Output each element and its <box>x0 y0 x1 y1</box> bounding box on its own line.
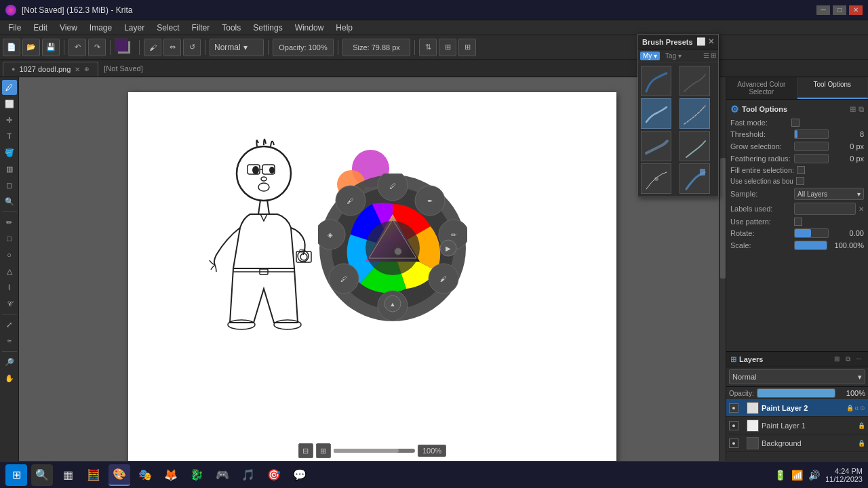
tab-close-button[interactable]: ✕ <box>75 66 80 73</box>
blend-mode-dropdown[interactable]: Normal ▾ <box>210 39 264 56</box>
tool-ellipse[interactable]: ○ <box>2 247 17 262</box>
tool-text[interactable]: T <box>2 129 17 144</box>
v-scrollbar[interactable] <box>719 77 726 480</box>
tool-warp[interactable]: ≈ <box>2 333 17 348</box>
taskbar-chat[interactable]: 💬 <box>289 464 311 486</box>
brush-preset-1[interactable] <box>641 66 671 96</box>
layer-eye-bg[interactable]: ● <box>729 439 738 448</box>
rotate-button[interactable]: ⊞ <box>439 39 456 56</box>
canvas-tool-btn2[interactable]: ⊞ <box>316 443 331 458</box>
sample-dropdown[interactable]: All Layers ▾ <box>794 188 864 200</box>
layer-opacity-slider[interactable] <box>757 388 835 398</box>
tool-polygon[interactable]: △ <box>2 264 17 279</box>
menu-window[interactable]: Window <box>290 22 330 34</box>
tool-eyedropper[interactable]: 🔍 <box>2 194 17 209</box>
close-button[interactable]: ✕ <box>849 5 863 15</box>
menu-view[interactable]: View <box>54 22 83 34</box>
menu-filter[interactable]: Filter <box>186 22 216 34</box>
brush-preset-5[interactable] <box>641 131 671 161</box>
white-canvas[interactable]: 🖊 ✒ ✏ 🖌 ✒ <box>128 92 616 472</box>
taskbar-sound[interactable]: 🔊 <box>808 470 820 481</box>
brush-settings-button[interactable]: 🖌 <box>144 39 161 56</box>
scale-slider[interactable] <box>794 241 827 250</box>
tool-move[interactable]: ✛ <box>2 113 17 127</box>
brush-preset-7[interactable] <box>641 163 671 194</box>
tool-pen[interactable]: ✏ <box>2 215 17 230</box>
taskbar-app2[interactable]: 🎯 <box>263 464 285 486</box>
menu-layer[interactable]: Layer <box>119 22 150 34</box>
tool-select-rect[interactable]: ⬜ <box>2 96 17 111</box>
start-button[interactable]: ⊞ <box>5 464 27 486</box>
use-sel-checkbox[interactable] <box>796 177 804 185</box>
tool-transform[interactable]: ⤢ <box>2 317 17 332</box>
tool-fill[interactable]: 🪣 <box>2 145 17 160</box>
brush-preset-3[interactable] <box>641 98 671 129</box>
taskbar-music[interactable]: 🎵 <box>237 464 259 486</box>
use-pattern-checkbox[interactable] <box>794 218 802 226</box>
layer-eye-paint1[interactable]: ● <box>729 421 738 430</box>
brush-preset-4[interactable] <box>679 98 710 129</box>
layers-detach[interactable]: ⧉ <box>844 354 852 364</box>
opacity-button[interactable]: Opacity: 100% <box>273 39 334 56</box>
tool-options-detach[interactable]: ⧉ <box>859 105 864 114</box>
grow-slider[interactable] <box>794 142 829 151</box>
v-scroll-thumb[interactable] <box>720 158 726 279</box>
taskbar-firefox[interactable]: 🦊 <box>160 464 182 486</box>
tool-freehand[interactable]: 🖊 <box>2 80 17 95</box>
tab-pin[interactable]: ⊕ <box>84 66 90 73</box>
bp-tab-my[interactable]: My ▾ <box>640 52 660 60</box>
taskbar-calc[interactable]: 🧮 <box>83 464 104 486</box>
tool-path[interactable]: ⌇ <box>2 280 17 295</box>
layer-item-paint2[interactable]: ● Paint Layer 2 🔒 α ⊙ <box>726 399 868 417</box>
wrap2-button[interactable]: ⊞ <box>458 39 476 56</box>
fast-mode-checkbox[interactable] <box>791 119 800 127</box>
taskbar-task-view[interactable]: ▦ <box>57 464 79 486</box>
menu-image[interactable]: Image <box>84 22 117 34</box>
layer-alpha-icon[interactable]: α <box>855 405 859 411</box>
taskbar-blender[interactable]: 🐉 <box>186 464 208 486</box>
menu-settings[interactable]: Settings <box>248 22 288 34</box>
tool-rect[interactable]: □ <box>2 231 17 246</box>
tool-zoom[interactable]: 🔎 <box>2 354 17 369</box>
menu-select[interactable]: Select <box>151 22 184 34</box>
main-tab[interactable]: ● 1027 doodl.png ✕ ⊕ <box>3 62 98 77</box>
tool-calligraphy[interactable]: 𝒞 <box>2 296 17 311</box>
taskbar-time[interactable]: 4:24 PM 11/12/2023 <box>825 467 863 483</box>
layer-eye-paint2[interactable]: ● <box>729 403 738 413</box>
layers-expand[interactable]: ⊞ <box>832 354 842 364</box>
bp-maximize[interactable]: ⬜ <box>696 37 706 46</box>
layer-lock3-icon[interactable]: 🔒 <box>858 440 865 447</box>
canvas-zoom-slider[interactable] <box>334 449 415 453</box>
tab-tool-options[interactable]: Tool Options <box>797 77 869 99</box>
menu-file[interactable]: File <box>3 22 26 34</box>
labels-clear[interactable]: ✕ <box>859 205 864 213</box>
bp-grid-view[interactable]: ⊞ <box>711 52 716 60</box>
taskbar-drama[interactable]: 🎭 <box>134 464 156 486</box>
taskbar-battery[interactable]: 🔋 <box>774 470 786 481</box>
canvas-container[interactable]: 🖊 ✒ ✏ 🖌 ✒ <box>19 77 726 487</box>
redo-button[interactable]: ↷ <box>88 39 106 56</box>
menu-tools[interactable]: Tools <box>216 22 246 34</box>
fill-entire-checkbox[interactable] <box>797 166 805 174</box>
brush-preset-2[interactable] <box>679 66 710 96</box>
taskbar-game[interactable]: 🎮 <box>212 464 233 486</box>
tool-pan[interactable]: ✋ <box>2 371 17 386</box>
layer-item-paint1[interactable]: ● Paint Layer 1 🔒 <box>726 417 868 434</box>
taskbar-paint[interactable]: 🎨 <box>108 464 130 486</box>
taskbar-search[interactable]: 🔍 <box>31 464 53 486</box>
brush-wheel-svg[interactable]: 🖊 ✒ ✏ 🖌 ✒ <box>318 174 467 323</box>
maximize-button[interactable]: □ <box>833 5 846 15</box>
save-button[interactable]: 💾 <box>42 39 60 56</box>
threshold-slider[interactable] <box>794 129 829 139</box>
canvas-tool-btn1[interactable]: ⊟ <box>298 443 313 458</box>
layers-more[interactable]: ··· <box>854 354 864 364</box>
bp-list-view[interactable]: ☰ <box>703 52 709 60</box>
tool-options-expand[interactable]: ⊞ <box>850 105 856 114</box>
open-button[interactable]: 📂 <box>22 39 40 56</box>
layer-item-bg[interactable]: ● Background 🔒 <box>726 434 868 452</box>
bp-tab-tag[interactable]: Tag ▾ <box>663 52 684 60</box>
layer-lock2-icon[interactable]: 🔒 <box>858 422 865 429</box>
layer-lock-icon[interactable]: 🔒 <box>846 405 854 411</box>
bp-close[interactable]: ✕ <box>708 37 714 46</box>
menu-help[interactable]: Help <box>330 22 358 34</box>
